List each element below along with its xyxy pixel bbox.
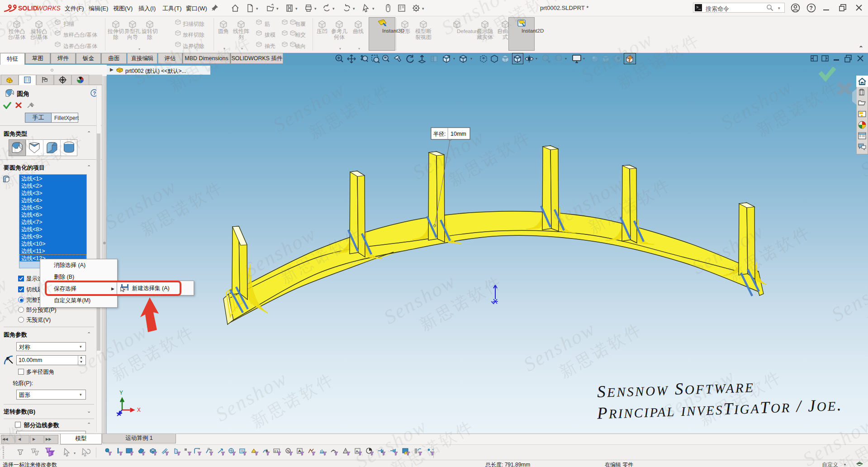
svg-text:?: ? [810,5,813,11]
svg-text:?: ? [93,91,96,96]
svg-text:Y: Y [119,390,123,396]
svg-text:SOLID: SOLID [18,5,38,12]
svg-text:X: X [137,407,141,413]
svg-text:半径:: 半径: [433,131,446,137]
svg-text:10mm: 10mm [451,131,466,137]
svg-text:WORKS: WORKS [37,5,61,12]
